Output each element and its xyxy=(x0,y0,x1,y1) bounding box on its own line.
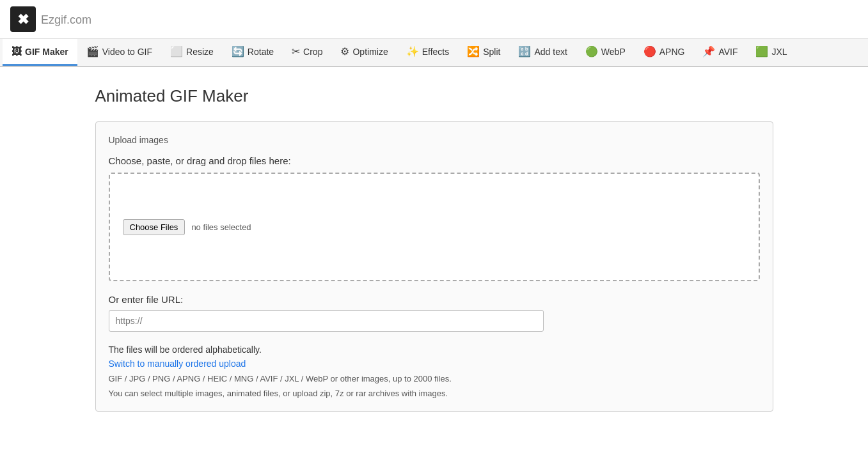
nav-item-resize[interactable]: ⬜ Resize xyxy=(161,39,223,66)
drop-zone[interactable]: Choose Files no files selected xyxy=(109,173,760,281)
header: ✖ Ezgif.com xyxy=(0,0,868,39)
file-input-label[interactable]: Choose Files no files selected xyxy=(123,219,251,235)
info-text-formats: GIF / JPG / PNG / APNG / HEIC / MNG / AV… xyxy=(109,374,760,383)
logo-name: Ezgif xyxy=(41,13,67,26)
upload-section: Upload images Choose, paste, or drag and… xyxy=(95,121,773,412)
nav-item-crop[interactable]: ✂ Crop xyxy=(283,39,331,66)
split-icon: 🔀 xyxy=(467,45,480,58)
nav-item-avif[interactable]: 📌 AVIF xyxy=(693,39,746,66)
nav-item-effects[interactable]: ✨ Effects xyxy=(397,39,459,66)
effects-icon: ✨ xyxy=(406,45,419,58)
nav-label-video-to-gif: Video to GIF xyxy=(102,47,152,57)
nav-label-add-text: Add text xyxy=(534,47,567,57)
add-text-icon: 🔡 xyxy=(518,45,531,58)
upload-label: Choose, paste, or drag and drop files he… xyxy=(109,155,760,166)
nav-item-optimize[interactable]: ⚙ Optimize xyxy=(331,39,397,66)
info-text-alphabetical: The files will be ordered alphabetically… xyxy=(109,344,760,355)
nav-label-resize: Resize xyxy=(186,47,214,57)
apng-icon: 🔴 xyxy=(643,45,656,58)
nav-label-jxl: JXL xyxy=(771,47,787,57)
nav-item-jxl[interactable]: 🟩 JXL xyxy=(746,39,796,66)
nav-label-gif-maker: GIF Maker xyxy=(25,47,68,57)
nav-label-rotate: Rotate xyxy=(248,47,274,57)
optimize-icon: ⚙ xyxy=(340,45,349,58)
resize-icon: ⬜ xyxy=(170,45,183,58)
choose-files-button[interactable]: Choose Files xyxy=(123,219,185,235)
nav-item-add-text[interactable]: 🔡 Add text xyxy=(509,39,576,66)
nav-label-apng: APNG xyxy=(659,47,685,57)
video-to-gif-icon: 🎬 xyxy=(86,45,99,58)
nav-item-webp[interactable]: 🟢 WebP xyxy=(576,39,635,66)
nav-item-apng[interactable]: 🔴 APNG xyxy=(635,39,694,66)
nav-label-webp: WebP xyxy=(601,47,626,57)
nav-label-effects: Effects xyxy=(422,47,450,57)
url-input[interactable] xyxy=(109,310,544,332)
logo-suffix: .com xyxy=(67,13,91,26)
main-nav: 🖼 GIF Maker 🎬 Video to GIF ⬜ Resize 🔄 Ro… xyxy=(0,39,868,67)
url-section: Or enter file URL: xyxy=(109,294,760,332)
no-files-text: no files selected xyxy=(191,222,251,232)
logo-icon: ✖ xyxy=(10,6,36,32)
page-title: Animated GIF Maker xyxy=(95,86,773,106)
webp-icon: 🟢 xyxy=(585,45,598,58)
crop-icon: ✂ xyxy=(292,45,300,58)
nav-item-split[interactable]: 🔀 Split xyxy=(458,39,509,66)
main-content: Animated GIF Maker Upload images Choose,… xyxy=(83,67,786,431)
info-text-multiple: You can select multiple images, animated… xyxy=(109,389,760,398)
nav-item-gif-maker[interactable]: 🖼 GIF Maker xyxy=(3,39,77,66)
switch-to-manual-link[interactable]: Switch to manually ordered upload xyxy=(109,359,246,369)
nav-label-avif: AVIF xyxy=(718,47,738,57)
gif-maker-icon: 🖼 xyxy=(12,46,22,58)
logo-text: Ezgif.com xyxy=(41,11,91,27)
avif-icon: 📌 xyxy=(702,45,715,58)
svg-text:✖: ✖ xyxy=(17,12,29,27)
rotate-icon: 🔄 xyxy=(232,45,244,58)
upload-section-title: Upload images xyxy=(109,135,760,145)
info-section: The files will be ordered alphabetically… xyxy=(109,344,760,398)
nav-item-video-to-gif[interactable]: 🎬 Video to GIF xyxy=(77,39,161,66)
nav-label-optimize: Optimize xyxy=(352,47,388,57)
url-label: Or enter file URL: xyxy=(109,294,760,305)
nav-label-split: Split xyxy=(483,47,500,57)
nav-label-crop: Crop xyxy=(303,47,322,57)
jxl-icon: 🟩 xyxy=(755,45,768,58)
nav-item-rotate[interactable]: 🔄 Rotate xyxy=(223,39,283,66)
